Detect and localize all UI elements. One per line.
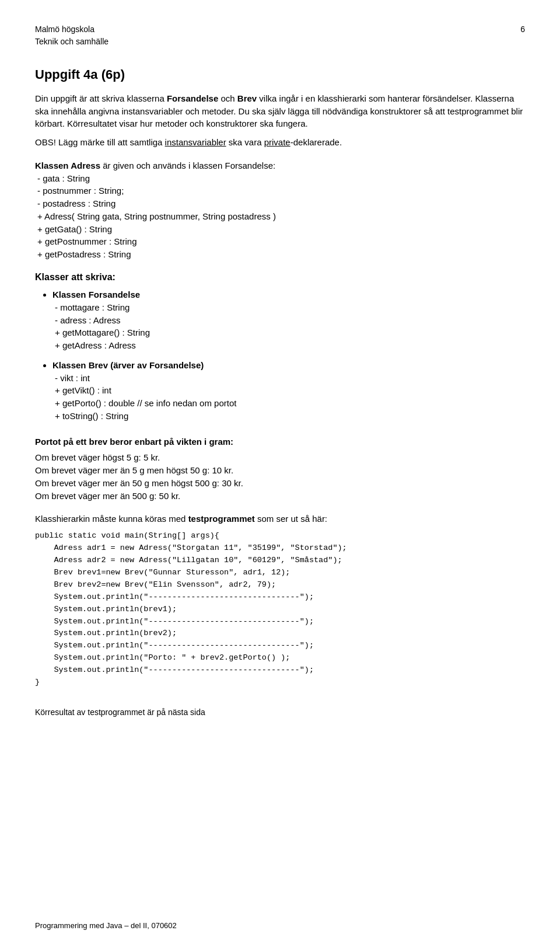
class-name-forsandelse: Forsandelse (167, 93, 218, 103)
adress-line-2: - postnummer : String; (37, 184, 525, 197)
forsandelse-line-4: + getAdress : Adress (55, 339, 525, 352)
adress-line-5: + getGata() : String (37, 223, 525, 236)
page-number: 6 (520, 23, 525, 48)
testprogrammet-bold: testprogrammet (188, 514, 255, 524)
page-header: Malmö högskola Teknik och samhälle 6 (35, 23, 525, 48)
porto-header: Portot på ett brev beror enbart på vikte… (35, 435, 525, 448)
adress-line-6: + getPostnummer : String (37, 235, 525, 248)
brev-lines: - vikt : int + getVikt() : int + getPort… (55, 372, 525, 423)
brev-line-2: + getVikt() : int (55, 384, 525, 397)
class-adress-lines: - gata : String - postnummer : String; -… (37, 172, 525, 261)
list-item-forsandelse: Klassen Forsandelse - mottagare : String… (52, 288, 525, 352)
intro-paragraph: Din uppgift är att skriva klasserna Fors… (35, 92, 525, 130)
brev-line-4: + toString() : String (55, 410, 525, 423)
adress-line-4: + Adress( String gata, String postnummer… (37, 210, 525, 223)
class-adress-spec: Klassen Adress är given och används i kl… (35, 159, 525, 261)
list-item-brev: Klassen Brev (ärver av Forsandelse) - vi… (52, 359, 525, 423)
class-name-brev: Brev (237, 93, 257, 103)
korresultat-text: Körresultat av testprogrammet är på näst… (35, 707, 205, 717)
instansvariabler-underline: instansvariabler (165, 137, 226, 147)
forsandelse-line-2: - adress : Adress (55, 314, 525, 327)
page-title: Uppgift 4a (6p) (35, 65, 525, 84)
brev-line-3: + getPorto() : double // se info nedan o… (55, 397, 525, 410)
forsandelse-title: Klassen Forsandelse (52, 290, 140, 299)
klasser-header: Klasser att skriva: (35, 270, 525, 284)
header-school-info: Malmö högskola Teknik och samhälle (35, 23, 108, 48)
brev-title: Klassen Brev (ärver av Forsandelse) (52, 360, 204, 370)
porto-line-4: Om brevet väger mer än 500 g: 50 kr. (35, 490, 525, 503)
adress-line-7: + getPostadress : String (37, 248, 525, 261)
adress-line-1: - gata : String (37, 172, 525, 185)
brev-line-1: - vikt : int (55, 372, 525, 385)
porto-line-1: Om brevet väger högst 5 g: 5 kr. (35, 451, 525, 464)
porto-line-2: Om brevet väger mer än 5 g men högst 50 … (35, 464, 525, 477)
porto-line-3: Om brevet väger mer än 50 g men högst 50… (35, 477, 525, 490)
department-name: Teknik och samhälle (35, 37, 108, 46)
porto-lines: Om brevet väger högst 5 g: 5 kr. Om brev… (35, 451, 525, 502)
forsandelse-lines: - mottagare : String - adress : Adress +… (55, 301, 525, 352)
korresultat-footer: Körresultat av testprogrammet är på näst… (35, 706, 525, 718)
class-adress-header: Klassen Adress är given och används i kl… (35, 159, 525, 172)
private-underline: private (264, 137, 290, 147)
klasser-list: Klassen Forsandelse - mottagare : String… (52, 288, 525, 423)
porto-section: Portot på ett brev beror enbart på vikte… (35, 435, 525, 503)
forsandelse-line-3: + getMottagare() : String (55, 326, 525, 339)
forsandelse-line-1: - mottagare : String (55, 301, 525, 314)
adress-line-3: - postadress : String (37, 197, 525, 210)
klasshierarki-intro: Klasshierarkin måste kunna köras med tes… (35, 513, 525, 525)
obs-text: OBS! Lägg märke till att samtliga instan… (35, 136, 525, 149)
code-block: public static void main(String[] args){ … (35, 530, 525, 689)
school-name: Malmö högskola (35, 25, 94, 34)
